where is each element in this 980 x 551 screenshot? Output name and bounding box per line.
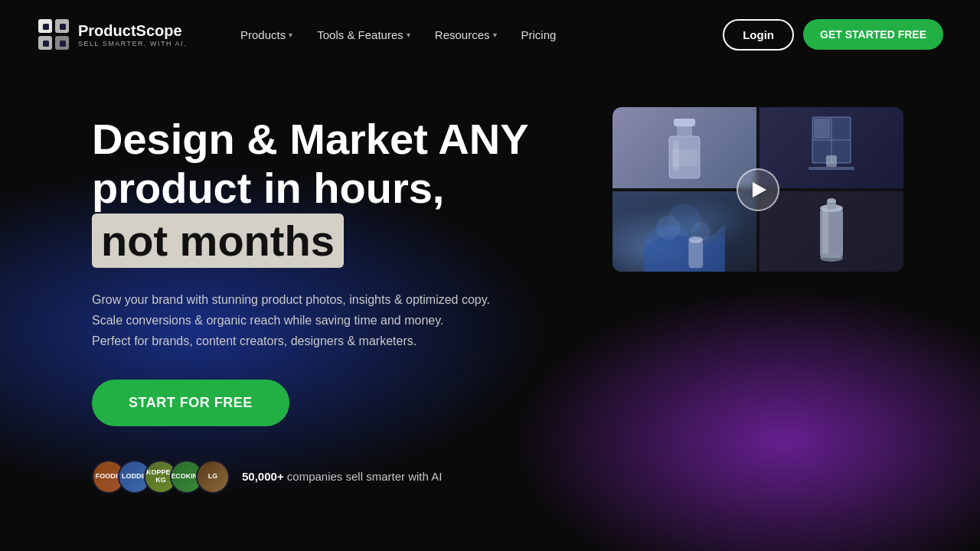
- product-scene-icon: [805, 113, 858, 182]
- svg-rect-18: [826, 155, 837, 167]
- video-grid: [612, 107, 903, 272]
- svg-rect-22: [688, 240, 703, 268]
- resources-chevron-icon: ▾: [493, 31, 497, 39]
- login-button[interactable]: Login: [723, 19, 794, 51]
- nav-products[interactable]: Products ▾: [230, 22, 303, 47]
- video-cell-4: [760, 191, 903, 272]
- svg-rect-5: [60, 24, 66, 30]
- svg-rect-10: [674, 119, 695, 126]
- video-cell-1: [612, 107, 756, 188]
- play-icon: [753, 182, 766, 197]
- logo-icon: [37, 18, 70, 51]
- svg-rect-16: [814, 119, 830, 139]
- svg-rect-9: [677, 125, 692, 139]
- svg-rect-25: [822, 210, 828, 254]
- hero-highlight: not months: [92, 214, 344, 268]
- tools-chevron-icon: ▾: [407, 31, 410, 39]
- products-chevron-icon: ▾: [289, 31, 292, 39]
- brand-tagline: SELL SMARTER. WITH AI.: [78, 40, 187, 47]
- hero-left: Design & Market ANY product in hours, no…: [92, 99, 567, 494]
- nav-pricing[interactable]: Pricing: [511, 22, 567, 47]
- navigation: ProductScope SELL SMARTER. WITH AI. Prod…: [0, 0, 980, 69]
- avatar: LG: [196, 460, 230, 494]
- video-cell-4-content: [760, 191, 903, 272]
- video-cell-3-content: [612, 191, 756, 272]
- video-play-button[interactable]: [737, 168, 779, 211]
- hero-right: [612, 99, 911, 272]
- video-cell-1-content: [612, 107, 756, 188]
- hero-desc-line3: Perfect for brands, content creators, de…: [92, 334, 416, 347]
- social-proof-text: 50,000+ companies sell smarter with AI: [242, 470, 442, 483]
- cylinder-bottle-icon: [808, 193, 854, 269]
- social-proof: FOODIE LODDIE KOPPER KG ECOKIND: [92, 460, 567, 494]
- svg-point-29: [827, 198, 836, 203]
- hero-description: Grow your brand with stunning product ph…: [92, 289, 505, 352]
- svg-rect-12: [671, 149, 697, 166]
- hero-desc-line2: Scale conversions & organic reach while …: [92, 314, 444, 327]
- svg-point-27: [820, 254, 843, 262]
- video-cell-2: [760, 107, 903, 188]
- nav-tools[interactable]: Tools & Features ▾: [306, 22, 421, 47]
- brand-name: ProductScope: [78, 21, 187, 40]
- avatar-group: FOODIE LODDIE KOPPER KG ECOKIND: [92, 460, 230, 494]
- nav-actions: Login GET STARTED FREE: [723, 19, 943, 51]
- social-proof-label: companies sell smarter with AI: [287, 470, 443, 483]
- hero-title: Design & Market ANY product in hours, no…: [92, 115, 567, 268]
- hero-title-line1: Design & Market ANY: [92, 115, 529, 163]
- hero-title-line2: product in hours,: [92, 164, 444, 212]
- nav-links: Products ▾ Tools & Features ▾ Resources …: [230, 22, 698, 47]
- smoke-effect-icon: [612, 191, 756, 272]
- svg-rect-17: [808, 167, 854, 170]
- get-started-button[interactable]: GET STARTED FREE: [803, 19, 943, 50]
- hero-section: Design & Market ANY product in hours, no…: [0, 69, 980, 513]
- nav-resources[interactable]: Resources ▾: [424, 22, 508, 47]
- svg-rect-4: [43, 24, 49, 30]
- video-cell-3: [612, 191, 756, 272]
- video-cell-2-content: [760, 107, 903, 188]
- svg-point-23: [688, 236, 703, 243]
- logo-link[interactable]: ProductScope SELL SMARTER. WITH AI.: [37, 18, 187, 51]
- perfume-bottle-1-icon: [654, 109, 715, 186]
- start-free-button[interactable]: START FOR FREE: [92, 380, 289, 426]
- hero-desc-line1: Grow your brand with stunning product ph…: [92, 293, 490, 306]
- social-proof-count: 50,000+: [242, 470, 284, 483]
- svg-rect-7: [60, 41, 66, 47]
- svg-rect-6: [43, 41, 49, 47]
